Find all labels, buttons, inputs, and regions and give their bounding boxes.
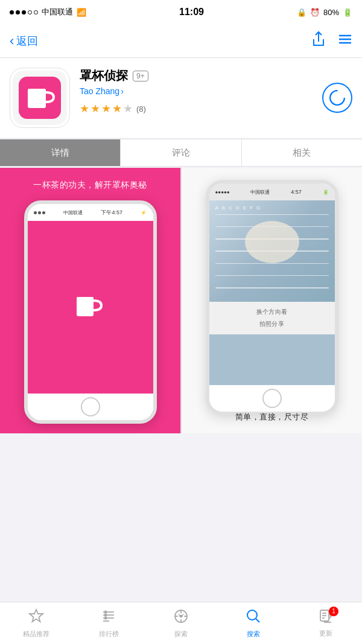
s2-line-6 (215, 275, 329, 276)
stars-row: ★ ★ ★ ★ ★ (80, 102, 133, 115)
search-icon (246, 608, 261, 628)
tab-bar-featured[interactable]: 精品推荐 (0, 608, 72, 639)
explore-icon (173, 608, 189, 628)
phone-status-bar: 中国联通 下午4:57 ⚡ (28, 204, 153, 221)
phone2-battery: 🔋 (323, 190, 329, 195)
app-title: 罩杯侦探 (80, 68, 128, 84)
updates-label: 更新 (319, 629, 332, 638)
tab-details-label: 详情 (51, 147, 69, 159)
phone2-status-bar: ●●●●● 中国联通 4:57 🔋 (209, 183, 335, 200)
tab-details[interactable]: 详情 (0, 139, 121, 166)
tab-related[interactable]: 相关 (242, 139, 362, 166)
share-icon[interactable] (311, 31, 326, 51)
app-rating: ★ ★ ★ ★ ★ (8) (80, 102, 313, 115)
s2-line-7 (215, 287, 329, 289)
dot1 (10, 10, 14, 14)
download-circle-icon (329, 89, 346, 106)
phone2-signal: ●●●●● (215, 190, 230, 195)
svg-point-16 (104, 616, 107, 619)
tab-related-label: 相关 (293, 147, 311, 159)
dot3 (22, 10, 26, 14)
screenshots-row: 一杯茶的功夫，解开罩杯奥秘 中国联通 下午4:57 ⚡ (0, 168, 362, 433)
s2-line-1 (215, 214, 329, 215)
status-bar: 中国联通 📶 11:09 🔒 ⏰ 80% 🔋 (0, 0, 362, 24)
phone-home-button (81, 397, 100, 416)
s2-text-1: 换个方向看 (256, 308, 288, 316)
rankings-label: 排行榜 (99, 630, 119, 639)
screenshot-2: ●●●●● 中国联通 4:57 🔋 (182, 168, 362, 433)
phone-signal (34, 211, 45, 214)
app-icon-wrapper (10, 68, 70, 128)
app-developer-link[interactable]: Tao Zhang › (80, 86, 313, 96)
tab-bar-search[interactable]: 搜索 (217, 608, 290, 639)
s2-label-d: D (236, 205, 240, 211)
nav-right-buttons (311, 31, 352, 51)
s2-label-c: C (229, 205, 232, 211)
screenshot-1-text: 一杯茶的功夫，解开罩杯奥秘 (33, 180, 147, 191)
back-button[interactable]: ‹ 返回 (10, 34, 38, 48)
status-time: 11:09 (179, 7, 204, 18)
tab-bar-updates[interactable]: 1 更新 (290, 609, 362, 638)
s2-body-shape (245, 221, 299, 263)
app-info: 罩杯侦探 9+ Tao Zhang › ★ ★ ★ ★ ★ (8) (80, 68, 313, 115)
app-header: 罩杯侦探 9+ Tao Zhang › ★ ★ ★ ★ ★ (8) (0, 58, 362, 138)
tab-reviews-label: 评论 (172, 147, 190, 159)
signal-dots (10, 10, 38, 14)
app-title-row: 罩杯侦探 9+ (80, 68, 313, 84)
featured-label: 精品推荐 (23, 630, 49, 639)
phone-mockup-2: ●●●●● 中国联通 4:57 🔋 (206, 180, 338, 415)
svg-line-24 (256, 619, 259, 622)
svg-point-23 (247, 610, 257, 620)
status-right: 🔒 ⏰ 80% 🔋 (297, 8, 352, 17)
nav-bar: ‹ 返回 (0, 24, 362, 58)
app-icon (13, 71, 67, 125)
back-label: 返回 (16, 34, 38, 48)
svg-point-15 (104, 613, 107, 616)
s2-label-e: E (243, 205, 246, 211)
s2-label-b: B (222, 205, 225, 211)
s2-labels-row: A B C D E F G (215, 205, 261, 211)
carrier-label: 中国联通 (42, 7, 73, 18)
tab-bar-rankings[interactable]: 排行榜 (72, 608, 145, 639)
phone2-carrier: 中国联通 (250, 189, 270, 196)
phone2-time: 4:57 (291, 189, 302, 195)
lock-icon: 🔒 (297, 8, 306, 17)
screenshot-1: 一杯茶的功夫，解开罩杯奥秘 中国联通 下午4:57 ⚡ (0, 168, 181, 433)
download-button[interactable] (322, 83, 352, 113)
s2-label-f: F (250, 205, 253, 211)
battery-icon: 🔋 (343, 8, 352, 17)
phone2-screen: A B C D E F G 换个方向看 拍照分享 (209, 200, 335, 385)
star-5: ★ (123, 102, 133, 115)
s2-bottom-text: 换个方向看 拍照分享 (209, 302, 335, 334)
phone-mockup-1: 中国联通 下午4:57 ⚡ (24, 200, 157, 424)
app-tabs: 详情 评论 相关 (0, 139, 362, 167)
search-label: 搜索 (247, 630, 260, 639)
svg-marker-9 (30, 610, 43, 622)
phone-screen-cup-icon (74, 291, 107, 324)
developer-chevron: › (121, 86, 124, 96)
phone2-home-button (262, 389, 282, 408)
updates-badge: 1 (329, 607, 338, 616)
developer-name: Tao Zhang (80, 86, 119, 96)
s2-image: A B C D E F G (209, 200, 335, 302)
ps-dot2 (38, 211, 41, 214)
dot4 (28, 10, 32, 14)
s2-label-g: G (256, 205, 260, 211)
star-2: ★ (91, 102, 100, 115)
ps-dot1 (34, 211, 37, 214)
s2-line-5 (215, 263, 329, 264)
tab-reviews[interactable]: 评论 (121, 139, 241, 166)
tab-bar-explore[interactable]: 探索 (145, 608, 217, 639)
rankings-icon (101, 608, 116, 628)
star-4: ★ (112, 102, 122, 115)
svg-point-14 (104, 610, 107, 613)
s2-text-2: 拍照分享 (259, 320, 284, 328)
star-1: ★ (80, 102, 89, 115)
svg-rect-5 (28, 89, 46, 92)
app-age-badge: 9+ (133, 71, 148, 81)
phone-time: 下午4:57 (101, 209, 122, 217)
alarm-icon: ⏰ (310, 8, 320, 17)
menu-icon[interactable] (338, 33, 352, 49)
main-content: 罩杯侦探 9+ Tao Zhang › ★ ★ ★ ★ ★ (8) (0, 58, 362, 476)
app-cup-icon (19, 77, 61, 119)
